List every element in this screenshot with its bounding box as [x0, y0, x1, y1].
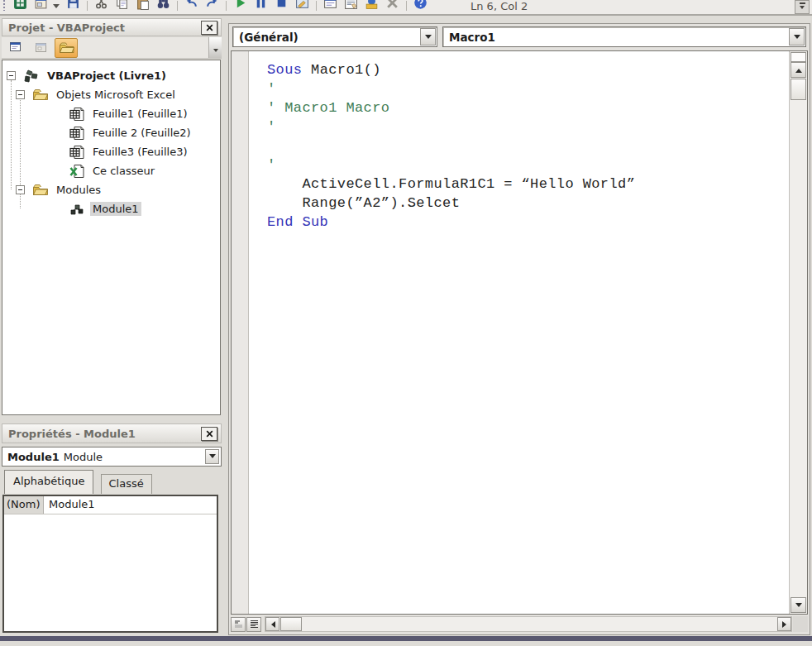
code-line[interactable]: Range(”A2”).Selcet [267, 194, 789, 213]
code-editor[interactable]: Sous Macro1()'' Macro1 Macro' ' ActiveCe… [231, 50, 808, 615]
expand-collapse-toggle[interactable] [16, 185, 25, 194]
view-object-button[interactable] [30, 38, 53, 58]
tree-item-feuille3-feuille3[interactable]: Feuille3 (Feuille3) [2, 142, 220, 161]
paste-icon[interactable] [134, 0, 150, 12]
toolbar-separator [226, 1, 227, 11]
object-selector-combo[interactable]: Module1 Module [2, 447, 222, 467]
horizontal-scrollbar[interactable] [265, 616, 792, 632]
insert-dropdown-caret[interactable] [53, 4, 60, 12]
code-line[interactable]: End Sub [267, 213, 789, 232]
split-handle[interactable] [791, 52, 806, 62]
expand-collapse-toggle[interactable] [7, 71, 16, 80]
folder-icon [32, 88, 49, 103]
full-module-view-button[interactable] [246, 617, 261, 632]
code-line[interactable]: ' [267, 79, 789, 98]
arrow-left-icon [268, 621, 275, 628]
view-code-button[interactable] [5, 38, 28, 58]
project-tree: VBAProject (Livre1)Objets Microsoft Exce… [2, 60, 221, 415]
code-line[interactable]: Sous Macro1() [267, 60, 789, 79]
vertical-scrollbar[interactable] [789, 51, 807, 614]
close-icon [206, 24, 213, 31]
object-dropdown-value: (Général) [239, 31, 299, 44]
code-lines[interactable]: Sous Macro1()'' Macro1 Macro' ' ActiveCe… [249, 51, 789, 614]
toolbar-icon-groups [12, 0, 432, 12]
project-explorer-icon[interactable] [322, 0, 338, 12]
save-icon[interactable] [64, 0, 81, 12]
panel-toolbar-overflow-button[interactable] [208, 37, 222, 58]
tree-item-objets-microsoft-excel[interactable]: Objets Microsoft Excel [2, 85, 220, 104]
code-line[interactable]: ' [267, 117, 789, 136]
worksheet-icon [69, 107, 85, 122]
cut-icon[interactable] [93, 0, 109, 12]
properties-panel-titlebar: Propriétés - Module1 [2, 423, 222, 443]
tab-classe[interactable]: Classé [101, 474, 152, 494]
design-mode-icon[interactable] [294, 0, 310, 12]
copy-icon[interactable] [113, 0, 130, 12]
close-icon [206, 430, 213, 438]
properties-tabs: Alphabétique Classé [4, 470, 221, 495]
cursor-position-status: Ln 6, Col 2 [470, 0, 528, 12]
procedure-view-button[interactable] [231, 617, 246, 632]
property-value[interactable]: Module1 [44, 496, 217, 514]
excel-icon[interactable] [12, 0, 28, 12]
tree-item-modules[interactable]: Modules [2, 180, 220, 199]
tree-item-label: Feuille 2 (Feuille2) [90, 126, 193, 140]
redo-icon[interactable] [203, 0, 220, 12]
tree-item-feuille1-feuille1[interactable]: Feuille1 (Feuille1) [2, 104, 220, 123]
procedure-view-icon [234, 620, 243, 629]
toolbar-separator [316, 1, 317, 11]
margin-indicator-bar [232, 51, 249, 614]
folder-icon [59, 41, 74, 55]
scrollbar-corner [793, 616, 808, 632]
module-icon [69, 202, 85, 217]
code-line[interactable]: ' [267, 156, 789, 175]
chevron-down-icon [425, 35, 432, 42]
tree-item-ce-classeur[interactable]: Ce classeur [2, 161, 220, 180]
reset-icon[interactable] [273, 0, 289, 12]
arrow-up-icon [795, 65, 802, 73]
combo-dropdown-button[interactable] [205, 449, 219, 464]
horizontal-scroll-thumb[interactable] [280, 617, 302, 631]
scroll-right-button[interactable] [777, 617, 791, 631]
tree-item-label: VBAProject (Livre1) [45, 69, 169, 83]
properties-window-icon[interactable] [342, 0, 359, 12]
property-row: (Nom)Module1 [4, 496, 217, 514]
toolbar-separator [406, 1, 407, 11]
break-icon[interactable] [252, 0, 269, 12]
object-dropdown-button[interactable] [420, 28, 436, 45]
code-line[interactable]: ActiveCell.FormulaR1C1 = “Hello World” [267, 175, 789, 194]
object-browser-icon[interactable] [363, 0, 380, 12]
workbook-icon [69, 164, 85, 179]
help-icon[interactable] [412, 0, 428, 12]
scroll-left-button[interactable] [265, 617, 279, 631]
toolbar-options-button[interactable] [795, 0, 810, 14]
project-panel-close-button[interactable] [201, 21, 217, 35]
procedure-dropdown-button[interactable] [789, 28, 805, 45]
properties-panel-close-button[interactable] [201, 427, 217, 441]
vba-editor-window: Ln 6, Col 2 Projet - VBAProject VBAProje… [0, 0, 812, 646]
tree-item-feuille-2-feuille2[interactable]: Feuille 2 (Feuille2) [2, 123, 220, 142]
expand-collapse-toggle[interactable] [16, 90, 25, 99]
toolbar-grip[interactable] [3, 0, 7, 11]
toolbox-icon[interactable] [384, 0, 400, 12]
scroll-up-button[interactable] [791, 62, 806, 78]
find-icon[interactable] [155, 0, 171, 12]
vertical-scroll-thumb[interactable] [791, 79, 806, 100]
property-name: (Nom) [4, 496, 44, 514]
scroll-down-button[interactable] [791, 597, 806, 613]
tree-item-module1[interactable]: Module1 [2, 199, 220, 218]
code-line[interactable] [267, 136, 789, 156]
code-line[interactable]: ' Macro1 Macro [267, 98, 789, 117]
toggle-folders-button[interactable] [55, 38, 78, 58]
project-panel-titlebar: Projet - VBAProject [2, 18, 222, 36]
standard-toolbar: Ln 6, Col 2 [0, 0, 812, 16]
toolbar-separator [177, 1, 178, 11]
undo-icon[interactable] [183, 0, 199, 12]
tab-alphabetique[interactable]: Alphabétique [4, 470, 93, 494]
worksheet-icon [69, 126, 85, 141]
run-icon[interactable] [232, 0, 248, 12]
insert-userform-icon[interactable] [32, 0, 49, 12]
procedure-dropdown[interactable]: Macro1 [442, 26, 806, 47]
object-dropdown[interactable]: (Général) [232, 26, 437, 47]
tree-item-vbaproject-livre1[interactable]: VBAProject (Livre1) [2, 66, 220, 85]
